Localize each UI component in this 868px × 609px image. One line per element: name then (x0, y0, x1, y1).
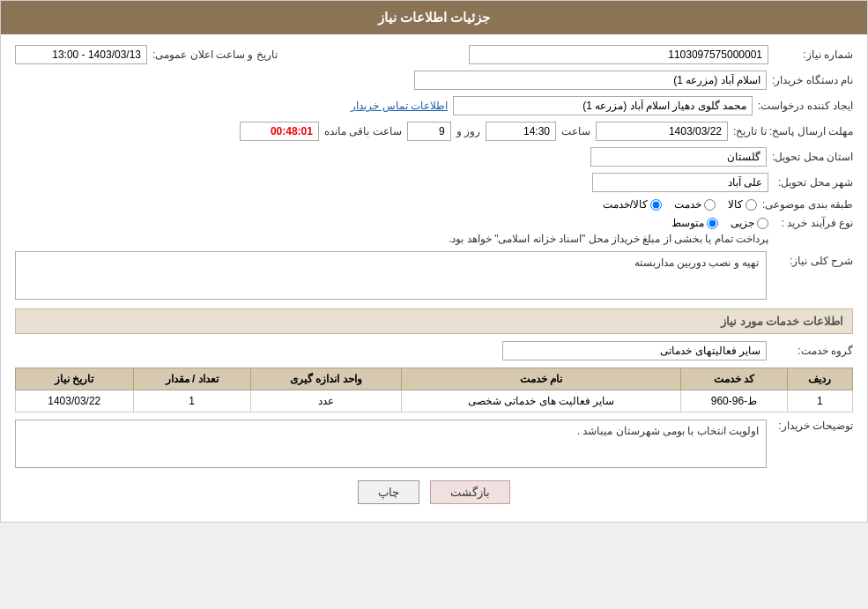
buyer-station-label: نام دستگاه خریدار: (772, 74, 853, 86)
announce-input (15, 45, 147, 64)
category-option-goods[interactable]: کالا (728, 198, 757, 211)
delivery-province-input (590, 147, 767, 167)
group-label: گروه خدمت: (774, 345, 853, 357)
delivery-province-label: استان محل تحویل: (772, 151, 853, 163)
group-input (502, 341, 767, 360)
response-days-label: روز و (456, 125, 480, 137)
category-option-both[interactable]: کالا/خدمت (603, 198, 662, 211)
category-option-service[interactable]: خدمت (674, 198, 716, 211)
description-box: تهیه و نصب دوربین مداربسته (15, 251, 767, 300)
cell-date: 1403/03/22 (16, 390, 134, 412)
cell-row-num: 1 (787, 390, 852, 412)
need-number-input (469, 45, 768, 64)
process-option-partial[interactable]: جزیی (731, 217, 768, 229)
response-deadline-label: مهلت ارسال پاسخ: تا تاریخ: (733, 125, 853, 137)
services-table: ردیف کد خدمت نام خدمت واحد اندازه گیری ت… (15, 368, 853, 412)
service-section-title: اطلاعات خدمات مورد نیاز (15, 308, 853, 334)
creator-label: ایجاد کننده درخواست: (758, 100, 853, 112)
delivery-city-input (592, 173, 768, 192)
category-radio-group: کالا خدمت کالا/خدمت (603, 198, 757, 211)
process-radio-group: جزیی متوسط (449, 217, 768, 229)
buyer-station-input (414, 71, 767, 90)
cell-unit: عدد (250, 390, 401, 412)
response-days-input (407, 122, 451, 141)
print-button[interactable]: چاپ (358, 480, 419, 504)
col-row-num: ردیف (787, 368, 852, 390)
page-title: جزئیات اطلاعات نیاز (1, 1, 867, 34)
process-label: نوع فرآیند خرید : (774, 217, 853, 229)
category-label: طبقه بندی موضوعی: (762, 198, 853, 211)
creator-input (453, 96, 753, 115)
creator-contact-link[interactable]: اطلاعات تماس خریدار (351, 100, 448, 112)
col-date: تاریخ نیاز (16, 368, 134, 390)
back-button[interactable]: بازگشت (430, 480, 510, 504)
buyer-notes-label: توضیحات خریدار: (774, 420, 853, 432)
col-unit: واحد اندازه گیری (250, 368, 401, 390)
col-name: نام خدمت (401, 368, 681, 390)
response-time-input (486, 122, 556, 141)
cell-quantity: 1 (133, 390, 250, 412)
table-row: 1 ط-96-960 سایر فعالیت های خدماتی شخصی ع… (16, 390, 853, 412)
countdown-input (240, 122, 319, 141)
need-number-label: شماره نیاز: (774, 48, 853, 61)
process-note: پرداخت تمام یا بخشی از مبلغ خریداز محل "… (449, 233, 768, 245)
announce-label: تاریخ و ساعت اعلان عمومی: (152, 48, 278, 61)
cell-code: ط-96-960 (681, 390, 787, 412)
process-option-medium[interactable]: متوسط (671, 217, 718, 229)
description-label: شرح کلی نیاز: (774, 251, 853, 267)
cell-name: سایر فعالیت های خدماتی شخصی (401, 390, 681, 412)
col-code: کد خدمت (681, 368, 787, 390)
response-time-label: ساعت (561, 125, 590, 137)
delivery-city-label: شهر محل تحویل: (774, 176, 853, 189)
countdown-label: ساعت باقی مانده (324, 125, 402, 137)
col-quantity: تعداد / مقدار (133, 368, 250, 390)
response-date-input (596, 122, 728, 141)
buyer-notes-box: اولویت انتخاب با بومی شهرستان میباشد . (15, 420, 767, 468)
